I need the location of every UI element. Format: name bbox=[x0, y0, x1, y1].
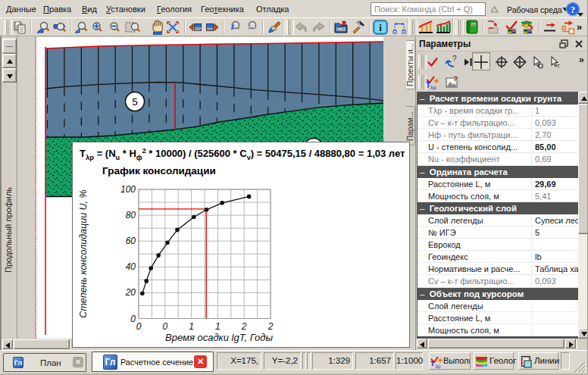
svg-text:0: 0 bbox=[162, 321, 167, 332]
svg-text:Время осадки lgT, Годы: Время осадки lgT, Годы bbox=[165, 332, 273, 343]
svg-text:T: T bbox=[430, 359, 435, 367]
svg-text:2: 2 bbox=[267, 321, 274, 332]
svg-text:1: 1 bbox=[189, 321, 194, 332]
svg-text:1: 1 bbox=[215, 321, 220, 332]
svg-text:т: т bbox=[557, 62, 560, 70]
svg-text:40: 40 bbox=[126, 261, 136, 272]
svg-text:0: 0 bbox=[130, 314, 136, 324]
svg-text:λр: λр bbox=[430, 85, 436, 90]
svg-text:0: 0 bbox=[136, 321, 142, 332]
svg-text:2: 2 bbox=[241, 321, 247, 332]
svg-text:?: ? bbox=[452, 55, 457, 63]
svg-text:?: ? bbox=[571, 4, 576, 15]
svg-text:100: 100 bbox=[120, 184, 136, 195]
svg-text:5: 5 bbox=[132, 96, 138, 108]
svg-text:80: 80 bbox=[126, 210, 136, 220]
svg-text:60: 60 bbox=[126, 236, 136, 246]
svg-text:Степень консолидации U, %: Степень консолидации U, % bbox=[78, 189, 89, 317]
svg-text:λр: λр bbox=[436, 364, 441, 369]
svg-text:i: i bbox=[379, 22, 382, 33]
svg-text:20: 20 bbox=[125, 287, 136, 298]
